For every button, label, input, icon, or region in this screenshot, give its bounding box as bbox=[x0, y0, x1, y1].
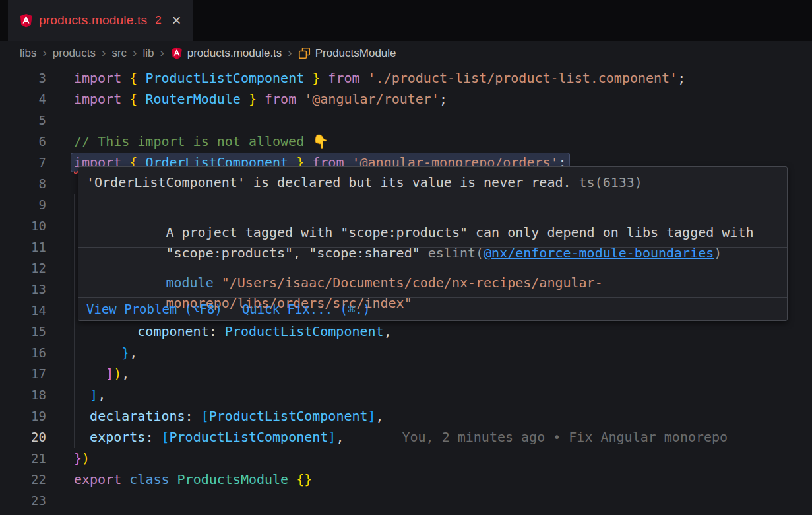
indent-guide bbox=[74, 236, 75, 258]
indent-guide bbox=[74, 321, 75, 342]
line-content bbox=[74, 490, 812, 511]
line-number: 19 bbox=[0, 405, 46, 427]
code-token: ] bbox=[368, 408, 376, 424]
code-line-21[interactable]: 21}) bbox=[0, 448, 812, 469]
code-token: class bbox=[129, 471, 177, 487]
line-number: 17 bbox=[0, 363, 46, 384]
code-token: import bbox=[74, 70, 129, 86]
tab-bar: products.module.ts 2 × bbox=[0, 0, 812, 41]
code-token: from bbox=[257, 91, 304, 107]
code-line-5[interactable]: 5 bbox=[0, 110, 812, 131]
indent-guide bbox=[74, 194, 75, 215]
indent-guide bbox=[74, 427, 75, 448]
line-content: ]), bbox=[74, 363, 812, 384]
breadcrumb-item-symbol[interactable]: ProductsModule bbox=[315, 47, 396, 60]
code-token: from bbox=[320, 70, 367, 86]
hover-eslint-message: A project tagged with "scope:products" c… bbox=[78, 197, 787, 247]
line-number: 14 bbox=[0, 300, 46, 321]
line-number: 4 bbox=[0, 88, 46, 110]
indent-guide bbox=[90, 363, 90, 384]
code-line-16[interactable]: 16 }, bbox=[0, 342, 812, 363]
chevron-right-icon: › bbox=[160, 46, 164, 60]
breadcrumb-item-file[interactable]: products.module.ts bbox=[187, 47, 282, 60]
eslint-message-line2: "scope:products", "scope:shared" bbox=[166, 245, 420, 261]
line-number: 15 bbox=[0, 321, 46, 342]
code-token: ; bbox=[439, 91, 447, 107]
line-content: export class ProductsModule {} bbox=[74, 469, 812, 490]
code-line-20[interactable]: 20 exports: [ProductListComponent],You, … bbox=[0, 427, 812, 448]
line-content: }) bbox=[74, 448, 812, 469]
code-token: } bbox=[304, 70, 320, 86]
angular-icon bbox=[18, 13, 34, 28]
code-token: : bbox=[209, 324, 225, 339]
code-token: : bbox=[185, 408, 201, 424]
vscode-window: products.module.ts 2 × libs › products ›… bbox=[0, 0, 812, 515]
line-number: 16 bbox=[0, 342, 46, 363]
angular-icon bbox=[170, 47, 183, 60]
line-number: 11 bbox=[0, 236, 46, 258]
code-line-4[interactable]: 4import { RouterModule } from '@angular/… bbox=[0, 88, 812, 110]
code-token: , bbox=[121, 366, 129, 382]
code-line-18[interactable]: 18 ], bbox=[0, 384, 812, 405]
code-token: , bbox=[98, 387, 106, 403]
code-token: , bbox=[129, 345, 137, 360]
code-token: '@angular/router' bbox=[304, 91, 439, 107]
eslint-message-line1: A project tagged with "scope:products" c… bbox=[166, 224, 753, 240]
code-token: ProductListComponent bbox=[225, 324, 384, 339]
code-line-6[interactable]: 6// This import is not allowed 👇 bbox=[0, 131, 812, 152]
error-hover-popup: 'OrderListComponent' is declared but its… bbox=[78, 166, 788, 321]
line-content: import { RouterModule } from '@angular/r… bbox=[74, 88, 812, 110]
breadcrumb: libs › products › src › lib › products.m… bbox=[0, 41, 812, 66]
code-token: RouterModule bbox=[145, 91, 241, 107]
line-number: 6 bbox=[0, 131, 46, 152]
indent-guide bbox=[74, 342, 75, 363]
code-token: ] bbox=[90, 387, 98, 403]
code-token: , bbox=[336, 429, 344, 445]
line-number: 8 bbox=[0, 173, 46, 194]
code-token: : bbox=[145, 429, 161, 445]
line-number: 21 bbox=[0, 448, 46, 469]
code-editor: 3import { ProductListComponent } from '.… bbox=[0, 66, 812, 515]
line-number: 13 bbox=[0, 279, 46, 300]
line-number: 9 bbox=[0, 194, 46, 215]
code-token: ProductListComponent bbox=[145, 70, 304, 86]
line-content: }, bbox=[74, 342, 812, 363]
line-content: exports: [ProductListComponent],You, 2 m… bbox=[74, 427, 812, 448]
code-token: ProductListComponent bbox=[209, 408, 368, 424]
line-content: import { ProductListComponent } from './… bbox=[74, 67, 812, 88]
quick-fix-button[interactable]: Quick Fix... (⌘.) bbox=[242, 302, 370, 316]
indent-guide bbox=[74, 300, 75, 321]
hover-ts-message: 'OrderListComponent' is declared but its… bbox=[78, 167, 787, 197]
code-token: , bbox=[376, 408, 384, 424]
indent-guide bbox=[106, 342, 106, 363]
tab-products-module[interactable]: products.module.ts 2 × bbox=[8, 0, 193, 41]
breadcrumb-item-src[interactable]: src bbox=[111, 47, 127, 60]
code-line-19[interactable]: 19 declarations: [ProductListComponent], bbox=[0, 405, 812, 427]
code-token: 👇 bbox=[312, 133, 328, 149]
code-line-17[interactable]: 17 ]), bbox=[0, 363, 812, 384]
eslint-rule-link[interactable]: @nx/enforce-module-boundaries bbox=[484, 245, 714, 261]
code-token: ] bbox=[106, 366, 113, 382]
code-token: [ bbox=[161, 429, 169, 445]
view-problem-button[interactable]: View Problem (⌥F8) bbox=[86, 302, 222, 316]
code-token bbox=[74, 408, 90, 424]
line-content: component: ProductListComponent, bbox=[74, 321, 812, 342]
line-number: 5 bbox=[0, 110, 46, 131]
code-token: ) bbox=[82, 450, 90, 466]
git-blame-annotation: You, 2 minutes ago • Fix Angular monorep… bbox=[402, 429, 728, 445]
code-token: export bbox=[74, 471, 129, 487]
breadcrumb-item-products[interactable]: products bbox=[53, 47, 96, 60]
code-token: , bbox=[384, 324, 392, 339]
code-token: // This import is not allowed bbox=[74, 133, 312, 149]
ts-message-text: 'OrderListComponent' is declared but its… bbox=[86, 174, 571, 190]
code-line-23[interactable]: 23 bbox=[0, 490, 812, 511]
code-line-3[interactable]: 3import { ProductListComponent } from '.… bbox=[0, 67, 812, 88]
line-number: 20 bbox=[0, 427, 46, 448]
close-icon[interactable]: × bbox=[172, 13, 181, 28]
module-path-line1: "/Users/isaac/Documents/code/nx-recipes/… bbox=[214, 275, 603, 291]
code-token: ] bbox=[328, 429, 336, 445]
code-token: ProductListComponent bbox=[170, 429, 328, 445]
breadcrumb-item-libs[interactable]: libs bbox=[20, 47, 37, 60]
code-line-22[interactable]: 22export class ProductsModule {} bbox=[0, 469, 812, 490]
breadcrumb-item-lib[interactable]: lib bbox=[142, 47, 154, 60]
